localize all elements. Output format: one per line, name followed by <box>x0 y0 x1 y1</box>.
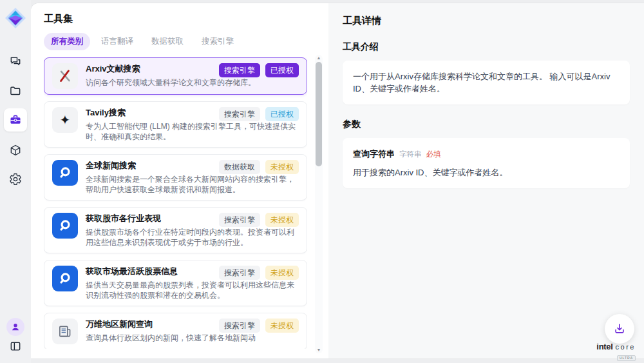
tool-details-pane: 工具详情 工具介绍 一个用于从Arxiv存储库搜索科学论文和文章的工具。 输入可… <box>328 3 644 358</box>
auth-status-badge: 未授权 <box>265 319 299 333</box>
param-card: 查询字符串 字符串 必填 用于搜索的Arxiv ID、关键字或作者姓名。 <box>343 138 630 188</box>
cube-icon <box>9 144 22 157</box>
auth-status-badge: 未授权 <box>265 213 299 227</box>
tool-card[interactable]: ✦ Tavily搜索 搜索引擎 已授权 专为人工智能代理 (LLM) 构建的搜索… <box>44 101 307 148</box>
intro-text: 一个用于从Arxiv存储库搜索科学论文和文章的工具。 输入可以是Arxiv ID… <box>353 72 610 93</box>
tool-card[interactable]: 万维地区新闻查询 搜索引擎 未授权 查询具体行政区划内的新闻，快速了解各地新闻动 <box>44 313 307 349</box>
intel-core-logo: intel core ultra <box>596 342 636 361</box>
settings-gear-icon <box>9 173 22 186</box>
param-name: 查询字符串 <box>353 148 395 160</box>
sidebar-item-settings[interactable] <box>4 168 27 191</box>
ultra-badge: ultra <box>617 355 636 361</box>
param-required-label: 必填 <box>426 148 441 161</box>
arxiv-x-icon <box>52 63 78 89</box>
tool-card[interactable]: 获取市场最活跃股票信息 搜索引擎 未授权 提供当天交易量最高的股票列表，投资者可… <box>44 260 307 306</box>
tool-description: 提供股票市场各个行业在特定时间段内的表现。投资者可以利用这些信息来识别表现优于或… <box>86 227 299 248</box>
tool-description: 查询具体行政区划内的新闻，快速了解各地新闻动 <box>86 333 299 343</box>
sidebar-item-files[interactable] <box>4 79 27 103</box>
category-badge: 搜索引擎 <box>219 213 260 227</box>
split-panel-icon <box>9 340 22 353</box>
user-avatar-icon <box>10 322 21 332</box>
sidebar-item-chat[interactable] <box>4 50 27 74</box>
details-title: 工具详情 <box>343 15 630 27</box>
blue-q-search-icon <box>52 213 78 239</box>
sidebar-item-toolbox-active[interactable] <box>4 108 27 132</box>
page-title: 工具集 <box>44 12 328 25</box>
tool-title: 万维地区新闻查询 <box>86 319 214 330</box>
tool-title: Arxiv文献搜索 <box>86 63 214 75</box>
scrollbar-up-arrow[interactable]: ▲ <box>315 55 323 61</box>
scrollbar-down-arrow[interactable]: ▼ <box>315 347 323 353</box>
scrollbar-thumb[interactable] <box>316 62 322 166</box>
app-logo <box>5 7 26 29</box>
param-type: 字符串 <box>399 148 422 161</box>
four-point-star-icon: ✦ <box>52 107 78 133</box>
auth-status-badge: 已授权 <box>265 107 299 121</box>
tool-title: 全球新闻搜索 <box>86 160 214 172</box>
blue-q-search-icon <box>52 160 78 186</box>
tool-title: Tavily搜索 <box>86 107 214 119</box>
tool-card-list: Arxiv文献搜索 搜索引擎 已授权 访问各个研究领域大量科学论文和文章的存储库… <box>44 57 307 349</box>
toolbox-icon <box>9 113 22 126</box>
category-badge: 数据获取 <box>219 160 260 174</box>
core-wordmark: core <box>616 344 636 351</box>
sidebar-item-packages[interactable] <box>4 139 27 162</box>
tool-list-pane: 工具集 所有类别语言翻译数据获取搜索引擎 Arxiv文献搜索 搜索引擎 已授权 … <box>31 3 328 358</box>
param-header: 查询字符串 字符串 必填 <box>353 148 620 161</box>
category-badge: 搜索引擎 <box>219 266 260 280</box>
sidebar-collapse-button[interactable] <box>4 335 27 358</box>
download-button[interactable] <box>605 314 634 344</box>
param-description: 用于搜索的Arxiv ID、关键字或作者姓名。 <box>353 166 620 179</box>
main-content: 工具集 所有类别语言翻译数据获取搜索引擎 Arxiv文献搜索 搜索引擎 已授权 … <box>31 3 644 358</box>
list-scrollbar[interactable]: ▲ ▼ <box>315 55 323 353</box>
tab-所有类别[interactable]: 所有类别 <box>44 33 90 50</box>
left-sidebar <box>0 0 31 363</box>
tool-description: 提供当天交易量最高的股票列表，投资者可以利用这些信息来识别流动性强的股票和潜在的… <box>86 280 299 300</box>
intel-wordmark: intel <box>596 342 612 351</box>
download-icon <box>613 322 626 335</box>
auth-status-badge: 已授权 <box>265 63 299 77</box>
category-badge: 搜索引擎 <box>219 63 260 77</box>
params-heading: 参数 <box>343 119 630 130</box>
tool-description: 专为人工智能代理 (LLM) 构建的搜索引擎工具，可快速提供实时、准确和真实的结… <box>86 121 299 142</box>
tool-card[interactable]: 获取股市各行业表现 搜索引擎 未授权 提供股票市场各个行业在特定时间段内的表现。… <box>44 207 307 253</box>
auth-status-badge: 未授权 <box>265 160 299 174</box>
user-avatar[interactable] <box>6 318 24 336</box>
auth-status-badge: 未授权 <box>265 266 299 280</box>
tool-card[interactable]: Arxiv文献搜索 搜索引擎 已授权 访问各个研究领域大量科学论文和文章的存储库… <box>44 57 307 95</box>
category-tabs: 所有类别语言翻译数据获取搜索引擎 <box>44 33 328 50</box>
intro-heading: 工具介绍 <box>343 41 630 53</box>
tool-description: 访问各个研究领域大量科学论文和文章的存储库。 <box>86 77 299 88</box>
tab-数据获取[interactable]: 数据获取 <box>144 33 191 50</box>
tool-title: 获取市场最活跃股票信息 <box>86 266 214 277</box>
tool-title: 获取股市各行业表现 <box>86 213 214 224</box>
intro-card: 一个用于从Arxiv存储库搜索科学论文和文章的工具。 输入可以是Arxiv ID… <box>343 61 630 104</box>
category-badge: 搜索引擎 <box>219 107 260 121</box>
blue-q-search-icon <box>52 266 78 291</box>
chat-icon <box>9 55 22 68</box>
tool-description: 全球新闻搜索是一个聚合全球各大新闻网站内容的搜索引擎，帮助用户快速获取全球最新资… <box>86 174 299 195</box>
tab-搜索引擎[interactable]: 搜索引擎 <box>194 33 241 50</box>
category-badge: 搜索引擎 <box>219 319 260 333</box>
tab-语言翻译[interactable]: 语言翻译 <box>94 33 140 50</box>
newspaper-icon <box>52 319 78 344</box>
folder-icon <box>9 84 22 97</box>
tool-card[interactable]: 全球新闻搜索 数据获取 未授权 全球新闻搜索是一个聚合全球各大新闻网站内容的搜索… <box>44 154 307 201</box>
